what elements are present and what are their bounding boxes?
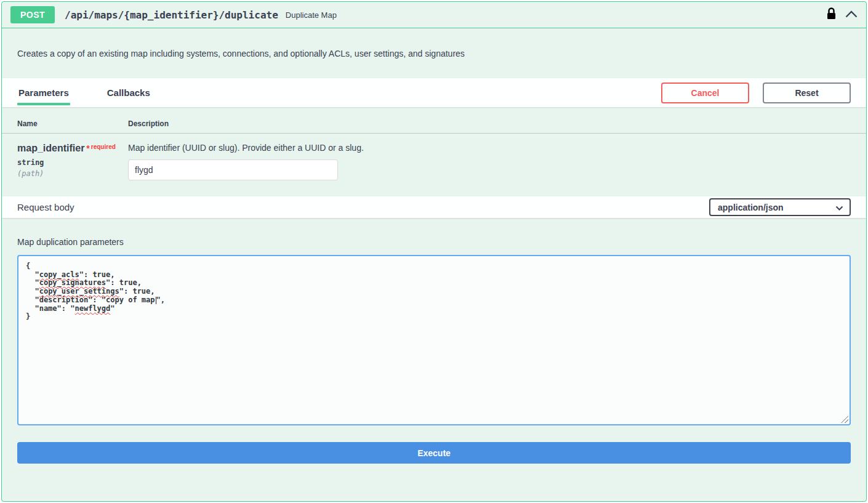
text-cursor: [156, 297, 156, 304]
http-method-badge: POST: [10, 6, 55, 23]
editor-line: "name": "newflygd": [26, 305, 842, 313]
cancel-button[interactable]: Cancel: [661, 82, 749, 103]
request-body-description: Map duplication parameters: [17, 237, 851, 247]
parameter-description: Map identifier (UUID or slug). Provide e…: [128, 143, 851, 153]
parameter-row-map-identifier: map_identifier*required string (path) Ma…: [2, 134, 866, 180]
parameters-header-row: Parameters Callbacks Cancel Reset: [2, 78, 866, 107]
chevron-down-icon: [835, 203, 843, 212]
parameter-name: map_identifier*required: [17, 143, 128, 154]
parameter-name-cell: map_identifier*required string (path): [17, 143, 128, 180]
api-operation-block: POST /api/maps/{map_identifier}/duplicat…: [1, 1, 867, 502]
parameters-table-header: Name Description: [2, 107, 866, 134]
column-header-name: Name: [17, 119, 128, 128]
operation-summary-bar[interactable]: POST /api/maps/{map_identifier}/duplicat…: [2, 2, 866, 28]
tab-callbacks[interactable]: Callbacks: [106, 78, 151, 107]
operation-description: Creates a copy of an existing map includ…: [2, 28, 866, 78]
request-body-editor[interactable]: { "copy_acls": true, "copy_signatures": …: [17, 255, 851, 425]
reset-button[interactable]: Reset: [763, 82, 851, 103]
endpoint-path: /api/maps/{map_identifier}/duplicate: [65, 9, 278, 21]
execute-section: Execute: [2, 425, 866, 470]
chevron-up-icon: [845, 10, 858, 20]
parameter-name-text: map_identifier: [17, 143, 84, 153]
misspelled-word: copy_acls: [39, 270, 79, 279]
editor-line: {: [26, 262, 842, 271]
request-body-header-row: Request body application/json: [2, 196, 866, 218]
content-type-value: application/json: [718, 203, 784, 212]
editor-line: "copy_user_settings": true,: [26, 288, 842, 296]
required-star: *: [86, 143, 89, 153]
parameter-location: (path): [17, 169, 128, 178]
parameter-type: string: [17, 158, 128, 167]
authorize-button[interactable]: [826, 7, 837, 22]
parameters-section: Name Description map_identifier*required…: [2, 107, 866, 196]
column-header-description: Description: [128, 119, 851, 128]
request-body-label: Request body: [17, 202, 74, 212]
editor-line: "description": "copy of map",: [26, 296, 842, 305]
map-identifier-input[interactable]: [128, 159, 338, 180]
parameter-description-cell: Map identifier (UUID or slug). Provide e…: [128, 143, 851, 180]
execute-button[interactable]: Execute: [17, 442, 851, 464]
editor-line: }: [26, 313, 842, 321]
required-label: required: [91, 143, 116, 150]
resize-handle[interactable]: [841, 416, 848, 423]
tab-parameters[interactable]: Parameters: [17, 78, 70, 107]
request-body-section: Map duplication parameters { "copy_acls"…: [2, 218, 866, 425]
lock-icon: [826, 7, 837, 22]
editor-line: "copy_signatures": true,: [26, 279, 842, 288]
editor-line: "copy_acls": true,: [26, 271, 842, 280]
endpoint-summary: Duplicate Map: [286, 10, 337, 20]
misspelled-word: copy_user_settings: [39, 287, 119, 296]
tab-bar: Parameters Callbacks: [17, 78, 151, 107]
collapse-operation-button[interactable]: [845, 10, 858, 20]
misspelled-word: newflygd: [74, 304, 110, 313]
misspelled-word: copy_signatures: [39, 278, 106, 287]
content-type-select[interactable]: application/json: [709, 198, 851, 216]
